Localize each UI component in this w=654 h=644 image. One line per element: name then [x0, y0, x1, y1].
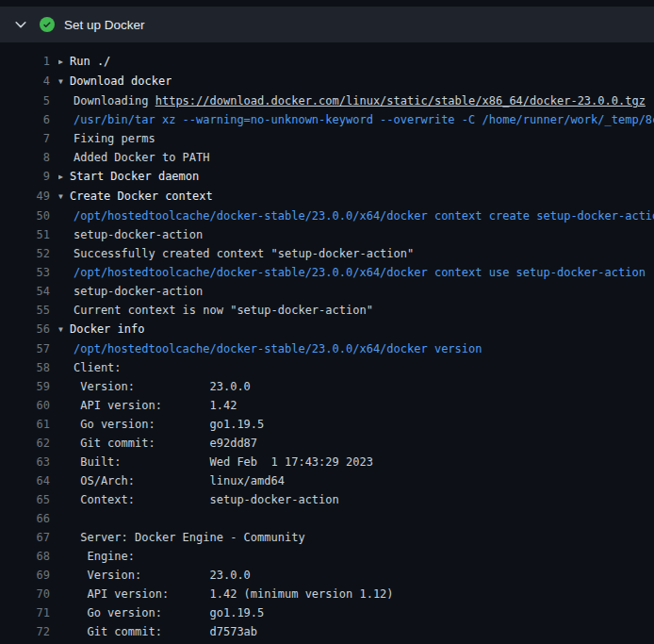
log-row: 53/opt/hostedtoolcache/docker-stable/23.…	[0, 263, 654, 282]
log-row: 71 Go version: go1.19.5	[0, 603, 654, 622]
line-number[interactable]: 58	[0, 358, 50, 377]
chevron-down-icon[interactable]	[13, 17, 28, 32]
log-row: 69 Version: 23.0.0	[0, 566, 654, 585]
log-text: Create Docker context	[70, 190, 213, 203]
log-text: Run ./	[70, 55, 110, 68]
log-line-content: Context: setup-docker-action	[58, 490, 339, 509]
log-line-content: setup-docker-action	[58, 282, 203, 301]
log-row: 50/opt/hostedtoolcache/docker-stable/23.…	[0, 206, 654, 225]
log-group-row[interactable]: 4▼Download docker	[0, 72, 654, 91]
log-row: 6/usr/bin/tar xz --warning=no-unknown-ke…	[0, 110, 654, 129]
triangle-down-icon[interactable]: ▼	[58, 73, 70, 91]
line-number[interactable]: 50	[0, 206, 50, 225]
line-number[interactable]: 52	[0, 244, 50, 263]
log-text: /opt/hostedtoolcache/docker-stable/23.0.…	[74, 342, 482, 355]
log-line-content: Version: 23.0.0	[58, 377, 251, 396]
log-text: /usr/bin/tar xz --warning=no-unknown-key…	[74, 113, 654, 126]
log-text: Added Docker to PATH	[74, 151, 210, 164]
log-row: 8Added Docker to PATH	[0, 148, 654, 167]
log-link[interactable]: https://download.docker.com/linux/static…	[155, 94, 646, 107]
line-number[interactable]: 67	[0, 528, 50, 547]
line-number[interactable]: 54	[0, 282, 50, 301]
log-line-content: Fixing perms	[58, 129, 155, 148]
log-line-content: Go version: go1.19.5	[58, 415, 264, 434]
log-row: 66	[0, 509, 654, 528]
log-text: /opt/hostedtoolcache/docker-stable/23.0.…	[74, 209, 654, 223]
line-number[interactable]: 5	[0, 91, 50, 110]
log-text: Client:	[74, 361, 122, 374]
line-number[interactable]: 61	[0, 415, 50, 434]
log-text: Current context is now "setup-docker-act…	[74, 304, 373, 317]
line-number[interactable]: 65	[0, 490, 50, 509]
log-text: setup-docker-action	[74, 228, 203, 241]
log-row: 61 Go version: go1.19.5	[0, 415, 654, 434]
log-group-row[interactable]: 56▼Docker info	[0, 320, 654, 339]
log-text: setup-docker-action	[74, 285, 203, 298]
triangle-right-icon[interactable]: ▶	[58, 168, 70, 187]
line-number[interactable]: 56	[0, 320, 50, 339]
log-line-content: Built: Wed Feb 1 17:43:29 2023	[58, 453, 373, 471]
line-number[interactable]: 66	[0, 509, 50, 528]
line-number[interactable]: 59	[0, 377, 50, 396]
success-check-circle-icon	[40, 17, 55, 32]
line-number[interactable]: 49	[0, 187, 50, 206]
log-line-content: Server: Docker Engine - Community	[58, 528, 305, 547]
log-row: 65 Context: setup-docker-action	[0, 490, 654, 509]
line-number[interactable]: 9	[0, 167, 50, 187]
log-text: Engine:	[74, 550, 135, 563]
log-group-row[interactable]: 9▶Start Docker daemon	[0, 167, 654, 187]
log-text: API version: 1.42	[74, 399, 237, 412]
log-row: 55Current context is now "setup-docker-a…	[0, 301, 654, 320]
line-number[interactable]: 53	[0, 263, 50, 282]
line-number[interactable]: 60	[0, 396, 50, 415]
log-row: 57/opt/hostedtoolcache/docker-stable/23.…	[0, 339, 654, 358]
triangle-down-icon[interactable]: ▼	[58, 188, 70, 206]
log-text: Server: Docker Engine - Community	[74, 531, 305, 544]
log-line-content: ▼Download docker	[58, 72, 172, 91]
log-line-content: Added Docker to PATH	[58, 148, 210, 167]
line-number[interactable]: 6	[0, 110, 50, 129]
line-number[interactable]: 4	[0, 72, 50, 91]
log-container: 1▶Run ./4▼Download docker5Downloading ht…	[0, 42, 654, 641]
line-number[interactable]: 69	[0, 566, 50, 585]
log-line-content: ▼Create Docker context	[58, 187, 213, 206]
log-line-content	[58, 509, 74, 528]
line-number[interactable]: 64	[0, 471, 50, 490]
line-number[interactable]: 70	[0, 585, 50, 603]
step-header-row[interactable]: Set up Docker	[0, 7, 654, 42]
line-number[interactable]: 57	[0, 339, 50, 358]
log-text: Version: 23.0.0	[74, 380, 251, 393]
log-line-content: /usr/bin/tar xz --warning=no-unknown-key…	[58, 110, 654, 129]
line-number[interactable]: 7	[0, 129, 50, 148]
triangle-right-icon[interactable]: ▶	[58, 53, 70, 72]
line-number[interactable]: 62	[0, 434, 50, 453]
workflow-step-log: Set up Docker 1▶Run ./4▼Download docker5…	[0, 0, 654, 644]
line-number[interactable]: 71	[0, 603, 50, 622]
log-line-content: Current context is now "setup-docker-act…	[58, 301, 373, 320]
log-group-row[interactable]: 49▼Create Docker context	[0, 187, 654, 206]
line-number[interactable]: 63	[0, 453, 50, 471]
triangle-down-icon[interactable]: ▼	[58, 321, 70, 339]
log-line-content: Engine:	[58, 547, 135, 566]
log-line-content: API version: 1.42	[58, 396, 237, 415]
line-number[interactable]: 51	[0, 225, 50, 244]
log-group-row[interactable]: 1▶Run ./	[0, 52, 654, 72]
log-line-content: Client:	[58, 358, 122, 377]
log-row: 52Successfully created context "setup-do…	[0, 244, 654, 263]
log-row: 62 Git commit: e92dd87	[0, 434, 654, 453]
log-row: 67 Server: Docker Engine - Community	[0, 528, 654, 547]
log-row: 60 API version: 1.42	[0, 396, 654, 415]
log-text: /opt/hostedtoolcache/docker-stable/23.0.…	[74, 266, 646, 279]
line-number[interactable]: 8	[0, 148, 50, 167]
log-line-content: Go version: go1.19.5	[58, 603, 264, 622]
line-number[interactable]: 72	[0, 622, 50, 641]
log-line-content: Successfully created context "setup-dock…	[58, 244, 414, 263]
log-row: 51setup-docker-action	[0, 225, 654, 244]
log-line-content: ▶Run ./	[58, 52, 110, 72]
line-number[interactable]: 55	[0, 301, 50, 320]
log-text: Built: Wed Feb 1 17:43:29 2023	[74, 455, 373, 469]
line-number[interactable]: 1	[0, 52, 50, 72]
log-line-content: Version: 23.0.0	[58, 566, 251, 585]
log-text: Download docker	[70, 74, 172, 88]
line-number[interactable]: 68	[0, 547, 50, 566]
